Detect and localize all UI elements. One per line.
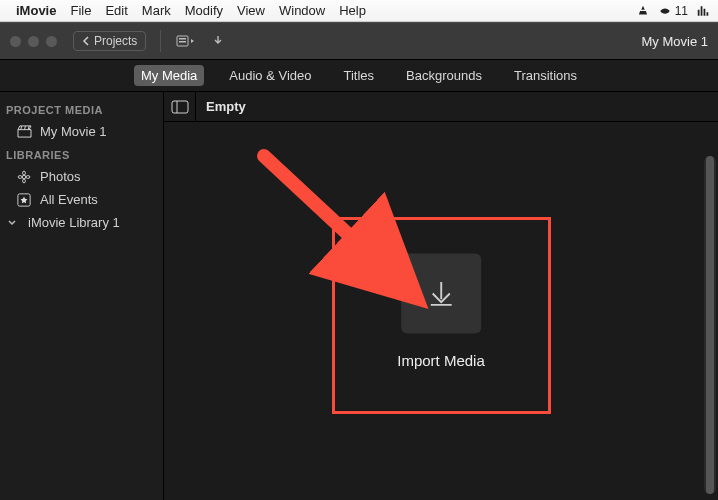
clip-display-button[interactable]: [175, 34, 197, 48]
sidebar-header-libraries: LIBRARIES: [0, 143, 163, 165]
menu-window[interactable]: Window: [279, 3, 325, 18]
svg-rect-2: [179, 41, 186, 43]
menu-edit[interactable]: Edit: [105, 3, 127, 18]
chevron-down-icon: [4, 218, 20, 228]
chevron-left-icon: [82, 36, 90, 46]
sidebar-header-project-media: PROJECT MEDIA: [0, 98, 163, 120]
svg-point-5: [23, 179, 26, 183]
svg-rect-9: [172, 101, 188, 113]
svg-point-4: [23, 171, 26, 175]
menubar-extra-count-label: 11: [675, 4, 688, 18]
sidebar: PROJECT MEDIA My Movie 1 LIBRARIES Photo…: [0, 92, 164, 500]
sidebar-item-project[interactable]: My Movie 1: [0, 120, 163, 143]
scrollbar-thumb[interactable]: [706, 156, 714, 494]
window-close-icon[interactable]: [10, 36, 21, 47]
sidebar-item-all-events[interactable]: All Events: [0, 188, 163, 211]
tab-transitions[interactable]: Transitions: [507, 65, 584, 86]
svg-point-6: [18, 175, 22, 178]
tab-backgrounds[interactable]: Backgrounds: [399, 65, 489, 86]
sidebar-item-label: iMovie Library 1: [28, 215, 120, 230]
app-menu[interactable]: iMovie: [16, 3, 56, 18]
annotation-highlight-box: [332, 217, 551, 414]
macos-menubar: iMovie File Edit Mark Modify View Window…: [0, 0, 718, 22]
project-title: My Movie 1: [642, 34, 708, 49]
sidebar-item-label: All Events: [40, 192, 98, 207]
sidebar-item-label: My Movie 1: [40, 124, 106, 139]
menu-help[interactable]: Help: [339, 3, 366, 18]
toolbar-separator: [160, 30, 161, 52]
back-to-projects-button[interactable]: Projects: [73, 31, 146, 51]
svg-point-7: [26, 175, 30, 178]
sidebar-item-photos[interactable]: Photos: [0, 165, 163, 188]
content-state-label: Empty: [196, 99, 246, 114]
tab-audio-video[interactable]: Audio & Video: [222, 65, 318, 86]
scrollbar[interactable]: [704, 156, 716, 494]
star-icon: [16, 193, 32, 207]
window-controls[interactable]: [10, 36, 57, 47]
media-tabs: My Media Audio & Video Titles Background…: [0, 60, 718, 92]
tab-titles[interactable]: Titles: [336, 65, 381, 86]
menu-file[interactable]: File: [70, 3, 91, 18]
window-toolbar: Projects My Movie 1: [0, 22, 718, 60]
sidebar-toggle-icon: [171, 100, 189, 114]
sidebar-toggle-button[interactable]: [164, 92, 196, 122]
menubar-extra-vlc-icon[interactable]: [636, 4, 650, 18]
menu-mark[interactable]: Mark: [142, 3, 171, 18]
back-to-projects-label: Projects: [94, 34, 137, 48]
clapperboard-icon: [16, 125, 32, 138]
svg-rect-1: [179, 38, 186, 40]
sidebar-item-imovie-library[interactable]: iMovie Library 1: [0, 211, 163, 234]
menu-view[interactable]: View: [237, 3, 265, 18]
menubar-extra-count[interactable]: 11: [658, 4, 688, 18]
tab-my-media[interactable]: My Media: [134, 65, 204, 86]
window-minimize-icon[interactable]: [28, 36, 39, 47]
menu-modify[interactable]: Modify: [185, 3, 223, 18]
sidebar-item-label: Photos: [40, 169, 80, 184]
content-header: Empty: [164, 92, 718, 122]
svg-point-3: [22, 175, 26, 179]
window-zoom-icon[interactable]: [46, 36, 57, 47]
menubar-extra-bars-icon[interactable]: [696, 4, 710, 18]
import-button[interactable]: [207, 34, 229, 48]
flower-icon: [16, 170, 32, 184]
